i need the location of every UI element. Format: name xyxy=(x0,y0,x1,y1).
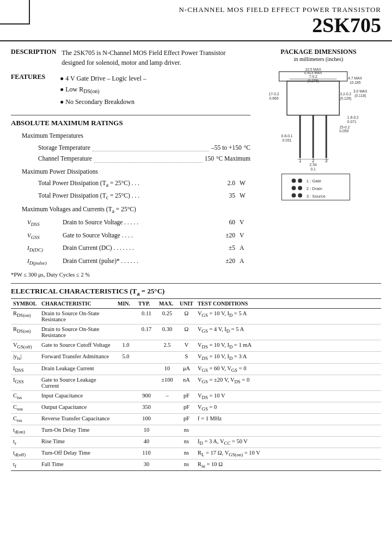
features-label: FEATURES xyxy=(11,73,54,107)
row-sym: VGS(off) xyxy=(11,340,39,352)
row-unit: ns xyxy=(177,437,195,448)
vdss-desc: Drain to Source Voltage . . . . . xyxy=(63,217,138,228)
row-max: 0.30 xyxy=(157,325,177,340)
row-char: Gate to Source Leakage Current xyxy=(39,375,115,390)
table-row: td(off) Turn-Off Delay Time 110 ns RL = … xyxy=(11,448,381,460)
table-row: Ciss Input Capacitance 900 – pF VDS = 10… xyxy=(11,390,381,402)
svg-point-39 xyxy=(298,193,302,198)
svg-text:3 : Source: 3 : Source xyxy=(307,194,326,199)
description-label: DESCRIPTION xyxy=(11,48,56,68)
row-test: Rin = 10 Ω xyxy=(195,460,381,471)
row-unit: pF xyxy=(177,413,195,425)
row-unit: pF xyxy=(177,390,195,402)
iddc-row: ID(DC) Drain Current (DC) . . . . . . . … xyxy=(11,243,250,255)
svg-text:2.54: 2.54 xyxy=(310,163,317,167)
col-test: TEST CONDITIONS xyxy=(195,299,381,309)
row-min xyxy=(115,309,136,325)
row-typ xyxy=(136,340,157,352)
col-typ: TYP. xyxy=(136,299,157,309)
table-row: td(on) Turn-On Delay Time 10 ns xyxy=(11,425,381,436)
features-list: 4 V Gate Drive – Logic level – Low RDS(o… xyxy=(60,73,146,107)
row-min xyxy=(115,437,136,448)
row-typ: 100 xyxy=(136,413,157,425)
row-char: Input Capacitance xyxy=(39,390,115,402)
row-max xyxy=(157,460,177,471)
row-sym: td(off) xyxy=(11,448,39,460)
table-row: RDS(on) Drain to Source On-State Resista… xyxy=(11,325,381,340)
row-min xyxy=(115,425,136,436)
row-typ: 0.17 xyxy=(136,325,157,340)
ratings-table: Maximum Temperatures Storage Temperature… xyxy=(11,131,250,280)
package-dim-title: PACKAGE DIMENSIONS xyxy=(256,48,381,56)
row-typ: 40 xyxy=(136,437,157,448)
row-sym: IGSS xyxy=(11,375,39,390)
row-sym: IDSS xyxy=(11,363,39,375)
row-unit: ns xyxy=(177,460,195,471)
svg-point-36 xyxy=(298,186,302,190)
row-typ: 10 xyxy=(136,425,157,436)
row-char: Output Capacitance xyxy=(39,402,115,413)
svg-point-33 xyxy=(298,179,302,183)
row-test: VGS = 0 xyxy=(195,402,381,413)
svg-text:0.1: 0.1 xyxy=(310,167,316,170)
row-char: Forward Transfer Admittance xyxy=(39,352,115,363)
iddc-sym: ID(DC) xyxy=(27,243,63,255)
table-row: Coss Output Capacitance 350 pF VGS = 0 xyxy=(11,402,381,413)
header-model: 2SK705 xyxy=(179,14,381,37)
svg-text:(0.126): (0.126) xyxy=(340,96,351,100)
row-min: 5.0 xyxy=(115,352,136,363)
feature-item-1: 4 V Gate Drive – Logic level – xyxy=(60,73,146,84)
svg-point-38 xyxy=(292,193,296,198)
storage-temp-row: Storage Temperature –55 to +150 °C xyxy=(11,143,250,154)
row-test: VDS = 10 V, ID = 3 A xyxy=(195,352,381,363)
row-unit: V xyxy=(177,340,195,352)
row-sym: Crss xyxy=(11,413,39,425)
row-test: RL = 17 Ω, VGS(on) = 10 V xyxy=(195,448,381,460)
row-test: VGS = 10 V, ID = 5 A xyxy=(195,309,381,325)
svg-text:17-0.2: 17-0.2 xyxy=(268,92,279,96)
table-row: tr Rise Time 40 ns ID = 3 A, VCC = 50 V xyxy=(11,437,381,448)
vgss-val: ±20 xyxy=(225,230,235,241)
header-subtitle: N-CHANNEL MOS FIELD EFFECT POWER TRANSIS… xyxy=(179,5,381,14)
row-char: Gate to Source Cutoff Voltage xyxy=(39,340,115,352)
power-tc-unit: W xyxy=(240,191,250,203)
feature-item-3: No Secondary Breakdown xyxy=(60,96,146,107)
row-sym: tr xyxy=(11,437,39,448)
left-col: DESCRIPTION The 2SK705 is N-Channel MOS … xyxy=(11,48,250,283)
svg-text:0.071: 0.071 xyxy=(347,120,357,124)
power-ta-label: Total Power Dissipation (Ta = 25°C) . . … xyxy=(38,178,139,190)
row-sym: RDS(on) xyxy=(11,309,39,325)
vdss-sym: VDSS xyxy=(27,217,63,229)
row-test: VGS = ±20 V, VDS = 0 xyxy=(195,375,381,390)
features-block: FEATURES 4 V Gate Drive – Logic level – … xyxy=(11,73,250,107)
table-row: RDS(on) Drain to Source On-State Resista… xyxy=(11,309,381,325)
svg-rect-3 xyxy=(287,81,339,115)
svg-text:0.059: 0.059 xyxy=(339,129,348,133)
row-char: Turn-Off Delay Time xyxy=(39,448,115,460)
row-sym: tf xyxy=(11,460,39,471)
row-min xyxy=(115,325,136,340)
row-max xyxy=(157,448,177,460)
vdss-row: VDSS Drain to Source Voltage . . . . . 6… xyxy=(11,217,250,229)
row-unit: nA xyxy=(177,375,195,390)
abs-max-title: ABSOLUTE MAXIMUM RATINGS xyxy=(11,115,250,127)
svg-text:4.7 MAX: 4.7 MAX xyxy=(348,76,362,80)
package-dim: PACKAGE DIMENSIONS in millimeters (inche… xyxy=(256,48,381,62)
row-typ: 350 xyxy=(136,402,157,413)
power-tc-val: 35 xyxy=(229,191,236,203)
svg-text:0.8-0.1: 0.8-0.1 xyxy=(281,134,293,138)
row-char: Turn-On Delay Time xyxy=(39,425,115,436)
row-max: 2.5 xyxy=(157,340,177,352)
row-typ: 30 xyxy=(136,460,157,471)
col-characteristic: CHARACTERISTIC xyxy=(39,299,115,309)
row-sym: Coss xyxy=(11,402,39,413)
iddc-desc: Drain Current (DC) . . . . . . . xyxy=(63,243,134,254)
feature-item-2: Low RDS(on) xyxy=(60,84,146,96)
row-unit: S xyxy=(177,352,195,363)
table-header-row: SYMBOL CHARACTERISTIC MIN. TYP. MAX. UNI… xyxy=(11,299,381,309)
idpulse-desc: Drain Current (pulse)* . . . . . . xyxy=(63,256,138,267)
row-max xyxy=(157,352,177,363)
row-max xyxy=(157,437,177,448)
row-char: Drain to Source On-State Resistance xyxy=(39,309,115,325)
idpulse-row: ID(pulse) Drain Current (pulse)* . . . .… xyxy=(11,256,250,268)
